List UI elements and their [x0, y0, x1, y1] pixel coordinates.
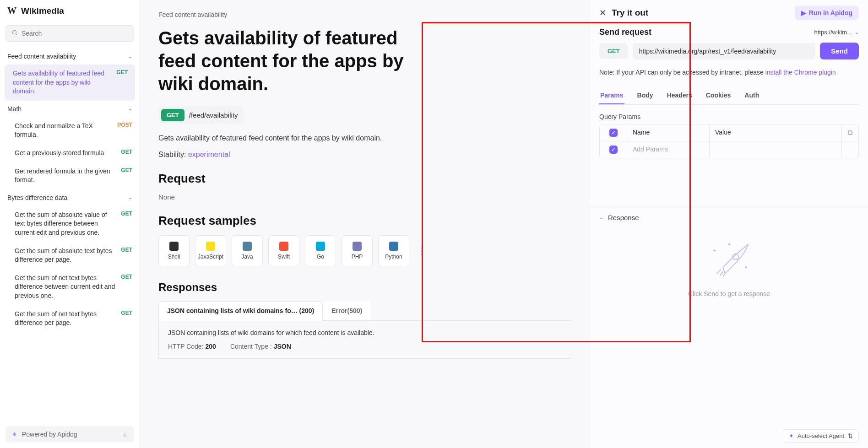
close-icon[interactable]: ✕: [599, 8, 606, 18]
swift-icon: [279, 242, 288, 251]
nav-item-label: Get the sum of absolute value of text by…: [15, 211, 121, 237]
method-pill[interactable]: GET: [599, 43, 628, 59]
stability-value[interactable]: experimental: [188, 151, 230, 158]
svg-point-4: [714, 250, 715, 251]
method-badge: GET: [161, 109, 184, 121]
tab-headers[interactable]: Headers: [666, 87, 693, 104]
samples-more-icon[interactable]: ⋮: [415, 246, 429, 256]
nav-group-bytes[interactable]: Bytes difference data ⌄: [0, 189, 140, 206]
sample-javascript[interactable]: JavaScript: [195, 235, 226, 266]
nav-item-bytes-2[interactable]: Get the sum of net text bytes difference…: [0, 269, 140, 305]
samples-row: Shell JavaScript Java Swift Go PHP Pytho…: [158, 235, 571, 266]
php-icon: [353, 242, 362, 251]
try-title: Try it out: [612, 8, 648, 18]
intranet-note: Note: If your API can only be accessed b…: [599, 69, 859, 76]
play-icon: ▶: [801, 9, 806, 16]
chevron-down-icon: ⌄: [128, 54, 132, 59]
content-type-label: Content Type :: [230, 343, 274, 350]
response-tabs: JSON containing lists of wiki domains fo…: [158, 301, 571, 321]
shell-icon: [169, 242, 179, 251]
qp-header-row: ✓ Name Value: [600, 124, 858, 141]
nav-group-label: Math: [7, 105, 22, 113]
nav-item-math-check[interactable]: Check and normalize a TeX formula. POST: [0, 117, 140, 144]
request-none: None: [158, 193, 571, 201]
qp-checkbox[interactable]: ✓: [609, 129, 618, 137]
sample-python[interactable]: Python: [378, 235, 409, 266]
breadcrumb[interactable]: Feed content availability: [158, 11, 571, 18]
nav-item-bytes-0[interactable]: Get the sum of absolute value of text by…: [0, 206, 140, 242]
base-url-dropdown[interactable]: https://wikim… ⌄: [814, 29, 859, 36]
agent-select-button[interactable]: ✦ Auto-select Agent ⇅: [783, 429, 859, 443]
qp-header-value: Value: [710, 124, 842, 141]
method-badge: POST: [117, 122, 132, 128]
powered-by[interactable]: ✴ Powered by Apidog ☼: [5, 426, 134, 443]
response-toggle[interactable]: ⌄ Response: [599, 214, 639, 221]
nav-item-math-render[interactable]: Get rendered formula in the given format…: [0, 162, 140, 189]
bulk-edit-icon[interactable]: [842, 124, 858, 141]
sample-swift[interactable]: Swift: [268, 235, 299, 266]
endpoint-description: Gets availability of featured feed conte…: [158, 134, 571, 142]
qp-add-row[interactable]: ✓ Add Params: [600, 141, 858, 158]
method-badge: GET: [121, 211, 132, 217]
sample-label: PHP: [352, 254, 363, 260]
sample-java[interactable]: Java: [232, 235, 263, 266]
section-samples: Request samples: [158, 214, 571, 228]
run-in-apidog-button[interactable]: ▶ Run in Apidog: [795, 5, 859, 20]
method-badge: GET: [121, 274, 132, 280]
sample-go[interactable]: Go: [305, 235, 336, 266]
svg-point-6: [728, 243, 730, 245]
http-code-value: 200: [205, 343, 216, 350]
tab-auth[interactable]: Auth: [743, 87, 760, 104]
stability-label: Stability:: [158, 151, 188, 158]
stability: Stability: experimental: [158, 151, 571, 159]
sample-label: Python: [385, 254, 402, 260]
python-icon: [389, 242, 398, 251]
qp-add-placeholder[interactable]: Add Params: [627, 141, 710, 158]
nav-group-math[interactable]: Math ⌄: [0, 101, 140, 117]
response-empty-state: Click Send to get a response: [599, 221, 859, 297]
send-button[interactable]: Send: [820, 43, 859, 59]
response-section: ⌄ Response Click Send to get a response: [590, 206, 868, 304]
method-badge: GET: [121, 149, 132, 155]
sample-label: Shell: [168, 254, 180, 260]
nav-item-math-prev[interactable]: Get a previously-stored formula GET: [0, 144, 140, 162]
main-content: Feed content availability Gets availabil…: [140, 0, 590, 448]
theme-toggle-icon[interactable]: ☼: [122, 431, 128, 438]
sample-label: Go: [317, 254, 324, 260]
search-input-wrap[interactable]: [5, 25, 134, 42]
url-short: https://wikim…: [814, 29, 853, 36]
try-panel: ✕ Try it out ▶ Run in Apidog Send reques…: [590, 0, 868, 448]
response-tab-500[interactable]: Error(500): [323, 301, 371, 320]
query-params-table: ✓ Name Value ✓ Add Params: [599, 124, 859, 158]
nav-group-label: Bytes difference data: [7, 194, 67, 201]
method-badge: GET: [116, 69, 128, 76]
nav-item-feed-availability[interactable]: Gets availability of featured feed conte…: [5, 65, 135, 101]
try-header: ✕ Try it out ▶ Run in Apidog: [590, 0, 868, 26]
section-request: Request: [158, 172, 571, 186]
nav-item-label: Get the sum of absolute text bytes diffe…: [15, 247, 121, 264]
tab-cookies[interactable]: Cookies: [705, 87, 732, 104]
nav-item-label: Get the sum of net text bytes difference…: [15, 310, 121, 328]
qp-checkbox[interactable]: ✓: [609, 146, 618, 154]
sort-icon: ⇅: [848, 432, 853, 439]
sample-shell[interactable]: Shell: [158, 235, 190, 266]
nav-item-label: Get a previously-stored formula: [15, 149, 121, 158]
run-label: Run in Apidog: [809, 9, 852, 16]
search-input[interactable]: [22, 30, 128, 37]
tab-body[interactable]: Body: [636, 87, 654, 104]
qp-add-value[interactable]: [710, 141, 842, 158]
powered-label: Powered by Apidog: [22, 431, 77, 438]
nav-item-bytes-1[interactable]: Get the sum of absolute text bytes diffe…: [0, 242, 140, 269]
nav-group-feed[interactable]: Feed content availability ⌄: [0, 48, 140, 65]
chevron-down-icon: ⌄: [599, 215, 603, 221]
sample-php[interactable]: PHP: [342, 235, 373, 266]
nav-item-bytes-3[interactable]: Get the sum of net text bytes difference…: [0, 305, 140, 332]
agent-label: Auto-select Agent: [797, 432, 844, 439]
svg-rect-2: [848, 131, 852, 135]
response-tab-200[interactable]: JSON containing lists of wiki domains fo…: [158, 301, 323, 321]
sample-label: JavaScript: [198, 254, 223, 260]
tab-params[interactable]: Params: [599, 87, 624, 104]
nav-item-label: Check and normalize a TeX formula.: [15, 122, 117, 140]
url-input[interactable]: https://wikimedia.org/api/rest_v1/feed/a…: [633, 43, 816, 59]
chrome-plugin-link[interactable]: install the Chrome plugin: [765, 69, 836, 76]
